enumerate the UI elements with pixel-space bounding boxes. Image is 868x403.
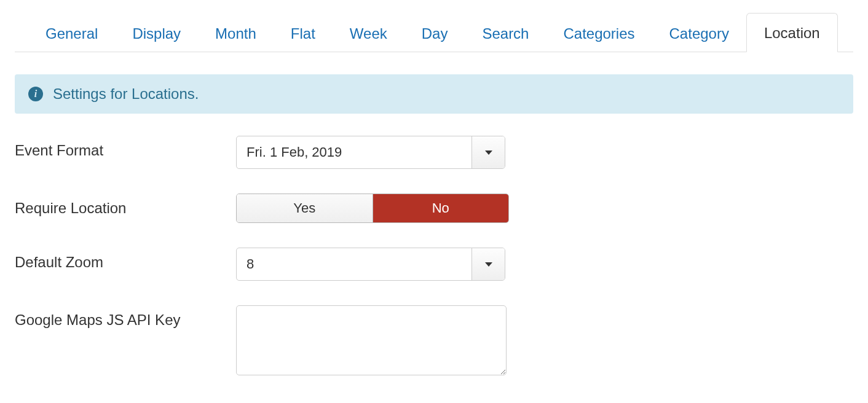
toggle-require-location: Yes No	[236, 194, 509, 223]
label-default-zoom: Default Zoom	[15, 248, 236, 271]
row-api-key: Google Maps JS API Key	[15, 305, 853, 375]
row-default-zoom: Default Zoom 8	[15, 248, 853, 281]
tab-display[interactable]: Display	[115, 14, 198, 52]
tab-month[interactable]: Month	[198, 14, 274, 52]
label-api-key: Google Maps JS API Key	[15, 305, 236, 329]
tab-categories[interactable]: Categories	[546, 14, 652, 52]
row-event-format: Event Format Fri. 1 Feb, 2019	[15, 136, 853, 169]
select-event-format-caret[interactable]	[471, 136, 505, 168]
select-default-zoom-value: 8	[237, 248, 471, 280]
tabs: General Display Month Flat Week Day Sear…	[15, 12, 853, 52]
toggle-require-location-no[interactable]: No	[373, 194, 509, 222]
select-event-format[interactable]: Fri. 1 Feb, 2019	[236, 136, 505, 169]
toggle-require-location-yes[interactable]: Yes	[237, 194, 373, 222]
info-alert: i Settings for Locations.	[15, 74, 853, 114]
info-icon: i	[28, 87, 43, 101]
info-text: Settings for Locations.	[53, 85, 199, 103]
select-event-format-value: Fri. 1 Feb, 2019	[237, 136, 471, 168]
tab-location[interactable]: Location	[746, 13, 838, 52]
caret-down-icon	[485, 151, 492, 155]
label-require-location: Require Location	[15, 194, 236, 217]
select-default-zoom-caret[interactable]	[471, 248, 505, 280]
label-event-format: Event Format	[15, 136, 236, 159]
tab-week[interactable]: Week	[333, 14, 404, 52]
tab-day[interactable]: Day	[404, 14, 465, 52]
caret-down-icon	[485, 262, 492, 267]
textarea-api-key[interactable]	[236, 305, 507, 375]
select-default-zoom[interactable]: 8	[236, 248, 505, 281]
tab-category[interactable]: Category	[652, 14, 746, 52]
tab-general[interactable]: General	[28, 14, 115, 52]
tab-search[interactable]: Search	[465, 14, 546, 52]
row-require-location: Require Location Yes No	[15, 194, 853, 223]
tab-flat[interactable]: Flat	[274, 14, 333, 52]
